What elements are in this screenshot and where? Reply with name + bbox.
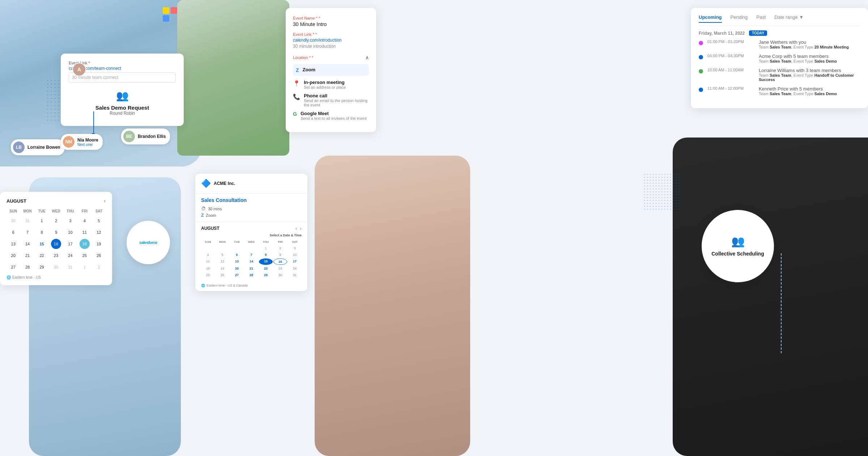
booking-logo: 🔷 [201,179,211,188]
location-inperson[interactable]: 📍 In-person meeting Set an address or pl… [293,80,369,89]
cal-day[interactable]: 28 [22,262,33,272]
chip-brandon: BE Brandon Ellis [121,128,170,144]
bm-day-22[interactable]: 22 [259,266,273,271]
chip-lorraine: LB Lorraine Bowen [11,139,65,155]
booking-cal-prev[interactable]: ‹ [295,225,297,231]
phone-icon: 📞 [293,93,300,100]
bm-day-17[interactable]: 17 [288,258,302,265]
cal-day[interactable]: 2 [94,262,104,272]
inperson-icon: 📍 [293,80,300,87]
cal-day[interactable]: 27 [8,262,18,272]
avatar-nia: NM [63,136,75,148]
cal-day[interactable]: 31 [22,216,33,226]
cal-day[interactable]: 1 [37,216,47,226]
bm-day-20[interactable]: 20 [230,266,244,271]
bm-day-13[interactable]: 13 [230,258,244,265]
bm-day-27[interactable]: 27 [230,272,244,278]
tab-daterange[interactable]: Date range ▼ [774,14,804,23]
bm-day-7[interactable]: 7 [244,252,258,258]
cal-day[interactable]: 5 [94,216,104,226]
location-zoom[interactable]: Z Zoom [293,64,369,76]
location-gmeet[interactable]: G Google Meet Send a text to all invitee… [293,111,369,121]
cal-day[interactable]: 29 [37,262,47,272]
schedule-item-1: 01:00 PM - 01:20PM Jane Wethers with you… [699,39,860,49]
tab-upcoming[interactable]: Upcoming [699,14,722,23]
cal-day[interactable]: 20 [8,250,18,261]
booking-duration: 30 mins [208,207,222,211]
cal-day-16[interactable]: 16 [51,239,61,249]
bm-day-15[interactable]: 15 [259,258,273,265]
bm-day-6[interactable]: 6 [230,252,244,258]
cal-nav-prev[interactable]: ‹ [104,198,106,204]
booking-event-name: Sales Consultation [195,194,307,204]
booking-location: Zoom [206,213,216,218]
dot-pattern-right [644,174,680,211]
cal-day[interactable]: 30 [51,262,61,272]
location-phone[interactable]: 📞 Phone call Send an email to the person… [293,93,369,107]
tab-pending[interactable]: Pending [731,14,748,23]
bm-day-28[interactable]: 28 [244,272,258,278]
cal-day-18[interactable]: 18 [80,239,90,249]
cal-day[interactable]: 3 [65,216,75,226]
sched-name-3: Lorraine Williams with 3 team members [759,68,860,73]
cal-day[interactable]: 8 [37,227,47,237]
card-booking: 🔷 ACME Inc. Sales Consultation ⏱ 30 mins… [195,174,307,291]
schedule-item-3: 10:00 AM - 11:00AM Lorraine Williams wit… [699,68,860,82]
roundrobin-icon: 👥 [69,90,176,102]
event-name-value: 30 Minute Intro [293,21,369,27]
sched-time-4: 11:00 AM - 12:00PM [707,86,754,90]
avatar-lorraine: LB [13,142,25,153]
sched-meta-1: Team Sales Team, Event Type 20 Minute Me… [759,45,849,49]
cal-day[interactable]: 19 [94,239,104,249]
tab-past[interactable]: Past [756,14,766,23]
cal-day[interactable]: 11 [80,227,90,237]
today-badge: TODAY [749,30,767,36]
booking-cal-next[interactable]: › [300,225,302,231]
bm-day-29[interactable]: 29 [259,272,273,278]
sched-time-3: 10:00 AM - 11:00AM [707,68,754,72]
bm-day-14[interactable]: 14 [244,258,258,265]
cal-day[interactable]: 23 [51,250,61,261]
cal-day[interactable]: 21 [22,250,33,261]
phone-desc: Send an email to the person hosting the … [304,98,369,107]
chip-brandon-name: Brandon Ellis [138,134,166,139]
cal-day[interactable]: 13 [8,239,18,249]
cal-day[interactable]: 6 [8,227,18,237]
card-event-create: Event Name * * 30 Minute Intro Event Lin… [286,8,376,132]
chip-nia-sub: Next user [77,143,98,147]
cal-day-15[interactable]: 15 [37,239,47,249]
sched-time-2: 04:00 PM - 04:30PM [707,54,754,58]
cal-day[interactable]: 31 [65,262,75,272]
salesforce-badge: salesforce [127,221,170,264]
cal-day[interactable]: 7 [22,227,33,237]
booking-company: ACME Inc. [214,181,235,186]
cal-day[interactable]: 10 [65,227,75,237]
bm-day-16[interactable]: 16 [273,258,287,265]
cal-day[interactable]: 17 [65,239,75,249]
cal-day[interactable]: 2 [51,216,61,226]
cal-day[interactable]: 14 [22,239,33,249]
cal-day[interactable]: 25 [80,250,90,261]
booking-cal-title: Select a Date & Time [201,233,302,237]
location-chevron[interactable]: ∧ [365,55,369,60]
cal-day[interactable]: 4 [80,216,90,226]
gmeet-desc: Send a text to all invitees of the event [301,116,367,121]
cal-day[interactable]: 1 [80,262,90,272]
event-desc: 30 minute introduction [293,44,369,49]
cal-day[interactable]: 24 [65,250,75,261]
location-label: Location * * [293,55,313,60]
event-link-placeholder: 30 minute team connect [69,72,176,83]
bm-day-8[interactable]: 8 [259,252,273,258]
salesforce-logo: salesforce [127,221,170,264]
cal-day[interactable]: 9 [51,227,61,237]
avatar-small: A [72,63,86,76]
cal-day[interactable]: 26 [94,250,104,261]
avatar-brandon: BE [123,131,135,142]
cal-day[interactable]: 12 [94,227,104,237]
cal-day[interactable]: 22 [37,250,47,261]
sched-meta-3: Team Sales Team, Event Type Handoff to C… [759,73,860,82]
schedule-item-4: 11:00 AM - 12:00PM Kenneth Price with 5 … [699,86,860,96]
cal-day[interactable]: 30 [8,216,18,226]
bm-day-21[interactable]: 21 [244,266,258,271]
card-collective: 👥 Collective Scheduling [702,210,774,282]
